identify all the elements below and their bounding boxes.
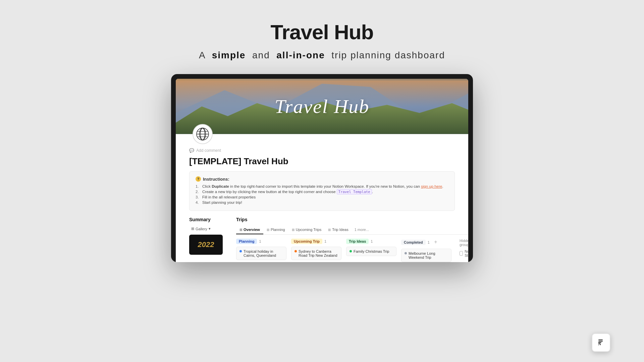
hidden-group-label: Hidden group	[460, 239, 468, 247]
planning-badge: Planning	[236, 239, 257, 244]
signup-link[interactable]: sign up here	[421, 184, 442, 188]
kanban-col-completed: Completed 1 + Melbourne Long Weekend Tri…	[401, 239, 451, 262]
instruction-step-1: 1. Click Duplicate in the top right-hand…	[196, 184, 448, 188]
planning-card-text: Tropical holiday in Cairns, Queensland	[244, 249, 283, 257]
completed-card-dot	[405, 252, 407, 254]
travel-template-code: Travel Template	[337, 189, 372, 194]
instructions-list: 1. Click Duplicate in the top right-hand…	[196, 184, 448, 204]
ideas-card-text: Family Christmas Trip	[354, 249, 389, 253]
add-comment-row[interactable]: 💬 Add comment	[189, 148, 455, 153]
completed-badge: Completed	[401, 240, 426, 245]
tab-more-label: 1 more...	[355, 228, 369, 232]
tab-planning[interactable]: ⊞ Planning	[263, 226, 288, 234]
hidden-group-col: Hidden group No Statu	[456, 239, 468, 262]
tab-overview-icon: ⊞	[239, 228, 242, 232]
tab-upcoming-label: Upcoming Trips	[296, 228, 321, 232]
tab-overview[interactable]: ⊞ Overview	[236, 226, 263, 234]
upcoming-card-text: Sydney to Canberra Road Trip New Zealand	[299, 249, 338, 257]
summary-year: 2022	[198, 240, 214, 249]
comment-icon: 💬	[189, 148, 194, 153]
instruction-step-4: 4. Start planning your trip!	[196, 200, 448, 204]
no-status-row: No Statu	[460, 249, 468, 257]
instructions-box: ? Instructions: 1. Click Duplicate in th…	[189, 171, 455, 211]
completed-count: 1	[428, 240, 430, 244]
subtitle-mid: and	[252, 50, 270, 60]
tab-upcoming[interactable]: ⊞ Upcoming Trips	[288, 226, 325, 234]
kanban-col-planning-header: Planning 1	[236, 239, 286, 244]
summary-label: Summary	[189, 217, 226, 222]
kanban-col-ideas: Trip Ideas 1 Family Christmas Trip	[346, 239, 396, 262]
subtitle-bold1: simple	[212, 50, 246, 60]
ideas-card-dot	[350, 250, 352, 252]
kanban-col-planning: Planning 1 Tropical holiday in Cairns, Q…	[236, 239, 286, 262]
tab-upcoming-icon: ⊞	[292, 228, 294, 232]
content-area: 💬 Add comment [TEMPLATE] Travel Hub ? In…	[176, 124, 468, 211]
upcoming-badge: Upcoming Trip	[291, 239, 322, 244]
planning-count: 1	[259, 239, 261, 243]
hero-title: Travel Hub	[275, 95, 370, 118]
tab-more[interactable]: 1 more...	[352, 226, 372, 234]
page-subtitle: A simple and all-in-one trip planning da…	[199, 50, 445, 61]
kanban-col-ideas-header: Trip Ideas 1	[346, 239, 396, 244]
upcoming-card-dot	[294, 250, 297, 252]
ideas-badge: Trip Ideas	[346, 239, 369, 244]
kanban-col-upcoming: Upcoming Trip 1 Sydney to Canberra Road …	[291, 239, 341, 262]
upcoming-count: 1	[324, 239, 326, 243]
page-title: Travel Hub	[271, 20, 374, 44]
completed-card-text: Melbourne Long Weekend Trip	[409, 251, 448, 259]
question-icon: ?	[196, 176, 201, 182]
gallery-icon: ⊞	[191, 227, 194, 231]
bottom-section: Summary ⊞ Gallery ▾ 2022 Trips ⊞ Overvie	[176, 217, 468, 262]
tab-overview-label: Overview	[244, 228, 260, 232]
svg-text:N: N	[598, 342, 601, 346]
doc-title: [TEMPLATE] Travel Hub	[189, 156, 455, 167]
subtitle-pre: A	[199, 50, 205, 60]
device-screen: Travel Hub 💬 Add comment	[176, 79, 468, 262]
kanban-col-upcoming-header: Upcoming Trip 1	[291, 239, 341, 244]
gallery-label: Gallery	[196, 227, 207, 231]
add-completed-button[interactable]: +	[432, 238, 440, 246]
trips-tabs: ⊞ Overview ⊞ Planning ⊞ Upcoming Trips ⊞…	[236, 226, 468, 235]
subtitle-post: trip planning dashboard	[331, 50, 445, 60]
tab-planning-icon: ⊞	[267, 228, 269, 232]
no-status-icon	[460, 251, 463, 256]
device-mockup: Travel Hub 💬 Add comment	[171, 74, 473, 262]
tab-planning-label: Planning	[271, 228, 285, 232]
notion-logo: N	[592, 333, 610, 352]
tab-ideas-label: Trip Ideas	[332, 228, 348, 232]
instruction-step-3: 3. Fill in the all relevant properties	[196, 195, 448, 199]
summary-panel: Summary ⊞ Gallery ▾ 2022	[189, 217, 226, 262]
globe-icon	[193, 124, 213, 144]
trips-panel: Trips ⊞ Overview ⊞ Planning ⊞ Upcoming T…	[236, 217, 468, 262]
trips-label: Trips	[236, 217, 468, 222]
summary-card: 2022	[189, 235, 223, 255]
kanban-card-upcoming-1[interactable]: Sydney to Canberra Road Trip New Zealand	[291, 247, 341, 260]
kanban-card-planning-1[interactable]: Tropical holiday in Cairns, Queensland	[236, 247, 286, 260]
gallery-button[interactable]: ⊞ Gallery ▾	[189, 226, 213, 232]
planning-card-dot	[239, 250, 242, 252]
gallery-chevron-icon: ▾	[209, 227, 211, 231]
ideas-count: 1	[371, 239, 373, 243]
add-comment-label: Add comment	[196, 148, 221, 153]
subtitle-bold2: all-in-one	[276, 50, 325, 60]
kanban-card-completed-1[interactable]: Melbourne Long Weekend Trip	[401, 249, 451, 262]
instructions-label: Instructions:	[203, 177, 229, 182]
tab-ideas[interactable]: ⊞ Trip Ideas	[325, 226, 352, 234]
instruction-step-2: 2. Create a new trip by clicking the new…	[196, 190, 448, 194]
kanban-card-ideas-1[interactable]: Family Christmas Trip	[346, 247, 396, 256]
instructions-header: ? Instructions:	[196, 176, 448, 182]
no-status-label: No Statu	[465, 249, 468, 257]
kanban-col-completed-header: Completed 1 +	[401, 239, 451, 246]
tab-ideas-icon: ⊞	[328, 228, 331, 232]
kanban-board: Planning 1 Tropical holiday in Cairns, Q…	[236, 239, 468, 262]
hero-banner: Travel Hub	[176, 79, 468, 134]
